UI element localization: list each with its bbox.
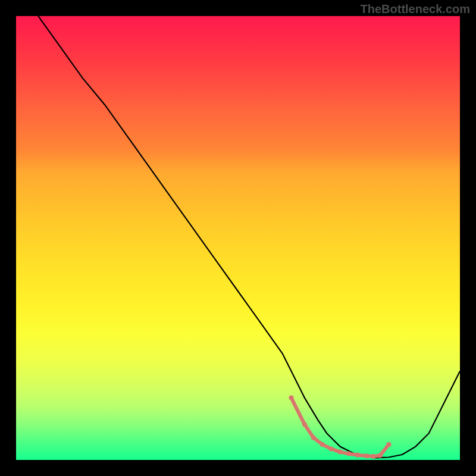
flat-region-markers	[289, 396, 392, 459]
marker-segment	[305, 424, 314, 437]
bottleneck-curve	[38, 16, 460, 458]
plot-area	[16, 16, 460, 460]
marker-segment	[292, 398, 305, 425]
chart-container: TheBottleneck.com	[0, 0, 476, 476]
marker-dot	[387, 442, 392, 447]
chart-svg	[16, 16, 460, 460]
watermark-text: TheBottleneck.com	[361, 2, 470, 16]
